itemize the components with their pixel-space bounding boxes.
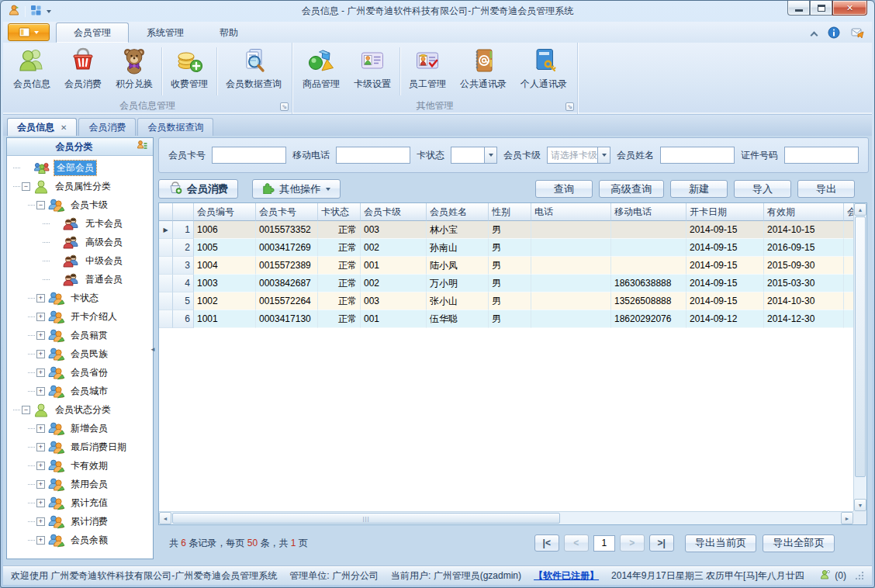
ribbon-button-fee-mgmt[interactable]: 收费管理 xyxy=(164,44,215,99)
ribbon-button-member-data-query[interactable]: 会员数据查询 xyxy=(219,44,289,99)
card-level-dropdown-button[interactable] xyxy=(597,147,610,163)
tree-item[interactable]: +禁用会员 xyxy=(7,475,153,493)
doc-tab-member-consume[interactable]: 会员消费 xyxy=(78,118,136,136)
card-no-input[interactable] xyxy=(212,147,286,164)
column-header[interactable]: 卡状态 xyxy=(318,203,361,221)
tree-item[interactable]: 中级会员 xyxy=(7,251,153,270)
tree-item[interactable]: +卡状态 xyxy=(7,289,153,307)
tree-expander-minus[interactable]: − xyxy=(22,182,30,191)
column-header[interactable]: 移动电话 xyxy=(611,203,687,221)
ribbon-button-staff-mgmt[interactable]: 员工管理 xyxy=(402,44,453,99)
tree-expander-plus[interactable]: + xyxy=(36,536,45,545)
app-menu-button[interactable] xyxy=(8,23,50,41)
tree-item[interactable]: 高级会员 xyxy=(7,233,153,251)
close-button[interactable]: ✕ xyxy=(832,1,867,16)
horizontal-scroll-thumb[interactable]: ||| xyxy=(172,513,560,524)
tree-expander-plus[interactable]: + xyxy=(36,387,45,396)
ribbon-button-points-exchange[interactable]: 积分兑换 xyxy=(109,44,160,99)
maximize-button[interactable] xyxy=(810,1,832,16)
scroll-right-icon[interactable]: ► xyxy=(841,512,853,524)
ribbon-button-product-mgmt[interactable]: 商品管理 xyxy=(296,44,347,99)
horizontal-scrollbar[interactable]: ◄ ||| ► xyxy=(159,511,853,524)
info-icon[interactable] xyxy=(828,26,840,41)
tree-item[interactable]: +新增会员 xyxy=(7,419,153,438)
column-header[interactable]: 会员编号 xyxy=(194,203,256,221)
mobile-input[interactable] xyxy=(336,147,410,164)
tree-expander-plus[interactable]: + xyxy=(36,368,45,377)
last-page-button[interactable]: >| xyxy=(649,534,674,552)
table-row[interactable]: 410030003842687正常002万小明男186306388882014-… xyxy=(159,275,853,292)
ribbon-tab-member-mgmt[interactable]: 会员管理 xyxy=(56,22,129,43)
feedback-mail-icon[interactable] xyxy=(851,26,864,41)
prev-page-button[interactable]: < xyxy=(564,534,589,552)
locate-member-icon[interactable] xyxy=(137,140,148,154)
column-header[interactable]: 有效期 xyxy=(764,203,844,221)
column-header[interactable]: 会员 xyxy=(844,203,853,221)
import-button[interactable]: 导入 xyxy=(734,180,791,198)
column-header[interactable]: 电话 xyxy=(531,203,611,221)
tree-item[interactable]: +会员省份 xyxy=(7,363,153,382)
export-button[interactable]: 导出 xyxy=(797,180,855,198)
vertical-scroll-thumb[interactable] xyxy=(855,216,866,477)
tree-expander-plus[interactable]: + xyxy=(36,331,45,340)
tree-item[interactable]: 全部会员 xyxy=(7,158,153,177)
tree-item[interactable]: 无卡会员 xyxy=(7,214,153,233)
ribbon-button-card-level-settings[interactable]: 卡级设置 xyxy=(347,44,398,99)
scroll-left-icon[interactable]: ◄ xyxy=(159,512,171,524)
table-row[interactable]: 210050003417269正常002孙南山男2014-09-152016-0… xyxy=(159,239,853,257)
doc-tab-member-data-query[interactable]: 会员数据查询 xyxy=(137,118,213,136)
scroll-up-icon[interactable]: ▲ xyxy=(854,203,866,216)
new-button[interactable]: 新建 xyxy=(670,180,728,198)
sidebar-collapse-arrow[interactable]: ◄ xyxy=(150,346,156,353)
query-button[interactable]: 查询 xyxy=(535,180,593,198)
registered-link[interactable]: 【软件已注册】 xyxy=(534,569,599,583)
column-header[interactable]: 会员卡级 xyxy=(361,203,427,221)
doc-tab-member-info[interactable]: 会员信息 ✕ xyxy=(7,118,77,136)
ribbon-tab-help[interactable]: 帮助 xyxy=(202,22,256,43)
column-header[interactable]: 会员卡号 xyxy=(256,203,318,221)
vertical-scrollbar[interactable]: ▲ ▼ xyxy=(853,203,866,511)
resize-grip-icon[interactable] xyxy=(855,571,864,580)
tree-expander-minus[interactable]: − xyxy=(22,406,30,414)
member-name-input[interactable] xyxy=(660,147,735,164)
ribbon-button-member-info[interactable]: 会员信息 xyxy=(6,44,57,99)
export-all-pages-button[interactable]: 导出全部页 xyxy=(763,534,835,552)
tab-close-icon[interactable]: ✕ xyxy=(61,123,67,132)
other-operations-button[interactable]: 其他操作 xyxy=(252,179,340,199)
ribbon-button-public-contacts[interactable]: 公共通讯录 xyxy=(453,44,514,99)
tree-expander-plus[interactable]: + xyxy=(36,480,45,489)
tree-item[interactable]: +会员民族 xyxy=(7,344,153,363)
tree-expander-plus[interactable]: + xyxy=(36,294,45,303)
scroll-down-icon[interactable]: ▼ xyxy=(854,499,866,511)
tree-item[interactable]: +卡有效期 xyxy=(7,456,153,475)
dialog-launcher-icon[interactable]: ⇘ xyxy=(280,102,289,111)
ribbon-button-member-consume[interactable]: 会员消费 xyxy=(57,44,109,99)
collapse-ribbon-icon[interactable] xyxy=(811,31,818,39)
table-row[interactable]: 610010003417130正常001伍华聪男186202920762014-… xyxy=(159,310,853,328)
ribbon-tab-system-mgmt[interactable]: 系统管理 xyxy=(129,22,202,43)
tree-expander-plus[interactable]: + xyxy=(36,424,45,433)
card-level-select[interactable]: 请选择卡级 xyxy=(547,147,610,164)
column-header[interactable]: 性别 xyxy=(489,203,531,221)
tree-item[interactable]: −会员卡级 xyxy=(7,195,153,214)
ribbon-button-personal-contacts[interactable]: 个人通讯录 xyxy=(514,44,574,99)
tree-item[interactable]: −会员属性分类 xyxy=(7,177,153,195)
dialog-launcher-icon[interactable]: ⇘ xyxy=(565,102,574,111)
member-consume-button[interactable]: 会员消费 xyxy=(158,179,238,199)
tree-item[interactable]: −会员状态分类 xyxy=(7,400,153,419)
current-page-input[interactable]: 1 xyxy=(593,535,615,552)
tree-expander-plus[interactable]: + xyxy=(36,499,45,507)
table-row[interactable]: ▶110060015573352正常003林小宝男2014-09-152014-… xyxy=(159,221,853,239)
card-status-dropdown-button[interactable] xyxy=(484,147,496,163)
minimize-button[interactable] xyxy=(787,1,810,16)
export-current-page-button[interactable]: 导出当前页 xyxy=(685,534,757,552)
card-status-select[interactable] xyxy=(451,147,497,164)
tree-item[interactable]: +会员籍贯 xyxy=(7,326,153,344)
tree-item[interactable]: +累计充值 xyxy=(7,493,153,512)
tree-item[interactable]: +累计消费 xyxy=(7,512,153,531)
tree-expander-plus[interactable]: + xyxy=(36,313,45,321)
tree-expander-plus[interactable]: + xyxy=(36,350,45,358)
id-no-input[interactable] xyxy=(784,147,859,164)
tree-item[interactable]: +会员余额 xyxy=(7,531,153,549)
table-row[interactable]: 510020015572264正常003张小山男135265088882014-… xyxy=(159,292,853,310)
